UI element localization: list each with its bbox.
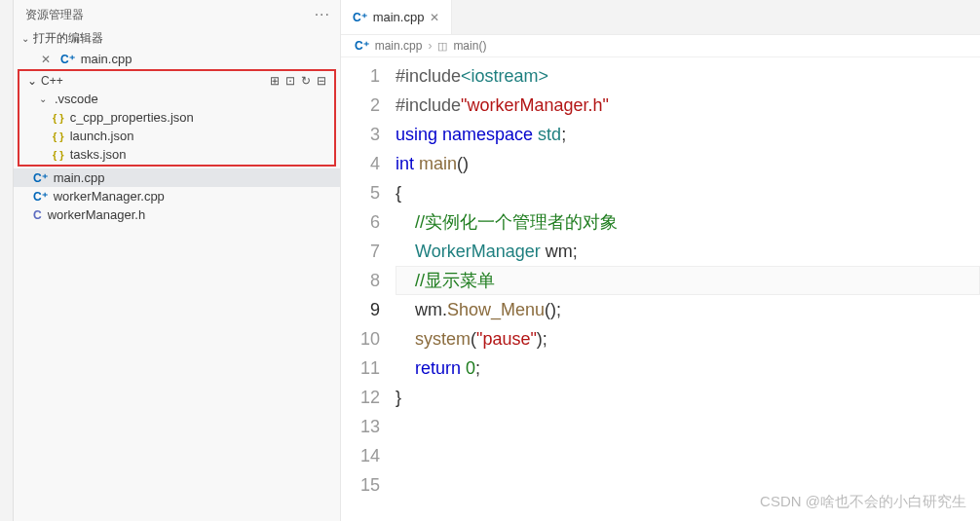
chevron-down-icon: ⌄	[39, 93, 49, 104]
code-line[interactable]: int main()	[396, 149, 980, 178]
chevron-down-icon: ⌄	[21, 33, 29, 44]
code-line[interactable]: {	[396, 178, 980, 207]
tree-item[interactable]: C⁺main.cpp	[14, 168, 340, 187]
line-number: 12	[341, 383, 380, 412]
tree-item[interactable]: { }c_cpp_properties.json	[19, 108, 334, 127]
symbol-icon: ◫	[437, 40, 447, 53]
refresh-icon[interactable]: ↻	[301, 74, 311, 88]
tree-item[interactable]: { }tasks.json	[19, 145, 334, 164]
line-gutter: 123456789101112131415	[341, 61, 396, 500]
collapse-icon[interactable]: ⊟	[317, 74, 326, 88]
project-name: C++	[41, 74, 63, 88]
highlight-box: ⌄ C++ ⊞ ⊡ ↻ ⊟ ⌄ .vscode { }c_cpp_propert…	[18, 69, 336, 167]
line-number: 2	[341, 91, 380, 120]
cpp-icon: C⁺	[355, 39, 369, 53]
breadcrumb[interactable]: C⁺ main.cpp › ◫ main()	[341, 35, 980, 57]
new-folder-icon[interactable]: ⊡	[285, 74, 295, 88]
line-number: 5	[341, 178, 380, 207]
line-number: 6	[341, 207, 380, 237]
editor-area: C⁺ main.cpp ✕ C⁺ main.cpp › ◫ main() 123…	[341, 0, 980, 521]
open-editors-label: 打开的编辑器	[33, 30, 103, 47]
json-icon: { }	[53, 112, 64, 124]
more-icon[interactable]: ···	[315, 6, 330, 23]
watermark: CSDN @啥也不会的小白研究生	[760, 493, 966, 511]
sidebar-title: 资源管理器	[25, 7, 84, 23]
line-number: 11	[341, 354, 380, 383]
file-label: workerManager.cpp	[54, 189, 165, 204]
open-editor-item[interactable]: ✕C⁺main.cpp	[14, 50, 340, 68]
code-line[interactable]: WorkerManager wm;	[396, 237, 980, 266]
close-icon[interactable]: ✕	[430, 11, 439, 24]
code-line[interactable]: wm.Show_Menu();	[396, 295, 980, 324]
json-icon: { }	[53, 130, 64, 142]
line-number: 1	[341, 61, 380, 91]
file-label: c_cpp_properties.json	[70, 110, 194, 125]
line-number: 4	[341, 149, 380, 178]
line-number: 9	[341, 295, 380, 324]
code-line[interactable]: //显示菜单	[396, 266, 980, 295]
activity-bar[interactable]	[0, 0, 14, 521]
folder-label: .vscode	[55, 92, 98, 106]
code-line[interactable]: }	[396, 383, 980, 412]
code-line[interactable]: return 0;	[396, 354, 980, 383]
tab-main-cpp[interactable]: C⁺ main.cpp ✕	[341, 0, 452, 34]
cpp-icon: C⁺	[60, 53, 75, 66]
tree-item[interactable]: CworkerManager.h	[14, 205, 340, 224]
code-line[interactable]: #include"workerManager.h"	[396, 91, 980, 120]
file-label: tasks.json	[70, 147, 127, 162]
line-number: 3	[341, 120, 380, 149]
code-line[interactable]: //实例化一个管理者的对象	[396, 207, 980, 237]
chevron-down-icon: ⌄	[27, 74, 37, 88]
line-number: 14	[341, 441, 380, 470]
breadcrumb-symbol: main()	[453, 39, 486, 53]
file-label: workerManager.h	[48, 207, 145, 222]
open-editors-list: ✕C⁺main.cpp	[14, 50, 340, 68]
line-number: 15	[341, 470, 380, 500]
cpp-icon: C⁺	[33, 171, 48, 185]
sidebar-header: 资源管理器 ···	[14, 0, 340, 27]
code-content[interactable]: #include<iostream>#include"workerManager…	[396, 61, 980, 500]
cpp-icon: C⁺	[353, 11, 367, 24]
line-number: 7	[341, 237, 380, 266]
tab-bar: C⁺ main.cpp ✕	[341, 0, 980, 35]
code-line[interactable]: #include<iostream>	[396, 61, 980, 91]
c-icon: C	[33, 208, 42, 222]
sidebar: 资源管理器 ··· ⌄ 打开的编辑器 ✕C⁺main.cpp ⌄ C++ ⊞ ⊡…	[14, 0, 341, 521]
breadcrumb-file: main.cpp	[375, 39, 423, 53]
explorer-toolbar: ⊞ ⊡ ↻ ⊟	[270, 74, 326, 88]
line-number: 10	[341, 324, 380, 354]
chevron-right-icon: ›	[428, 39, 432, 53]
code-line[interactable]: using namespace std;	[396, 120, 980, 149]
tree-item[interactable]: { }launch.json	[19, 127, 334, 145]
json-icon: { }	[53, 149, 64, 161]
tree-item[interactable]: C⁺workerManager.cpp	[14, 187, 340, 205]
new-file-icon[interactable]: ⊞	[270, 74, 280, 88]
code-editor[interactable]: 123456789101112131415 #include<iostream>…	[341, 57, 980, 500]
root-files: C⁺main.cppC⁺workerManager.cppCworkerMana…	[14, 168, 340, 224]
cpp-icon: C⁺	[33, 190, 48, 204]
folder-vscode[interactable]: ⌄ .vscode	[19, 90, 334, 108]
open-editors-header[interactable]: ⌄ 打开的编辑器	[14, 27, 340, 50]
project-header[interactable]: ⌄ C++ ⊞ ⊡ ↻ ⊟	[19, 72, 334, 90]
file-label: launch.json	[70, 129, 134, 143]
file-label: main.cpp	[54, 170, 105, 185]
code-line[interactable]: system("pause");	[396, 324, 980, 354]
tab-label: main.cpp	[373, 10, 425, 24]
file-label: main.cpp	[81, 52, 132, 66]
folder-files: { }c_cpp_properties.json{ }launch.json{ …	[19, 108, 334, 164]
line-number: 13	[341, 412, 380, 441]
close-icon[interactable]: ✕	[41, 53, 55, 66]
line-number: 8	[341, 266, 380, 295]
